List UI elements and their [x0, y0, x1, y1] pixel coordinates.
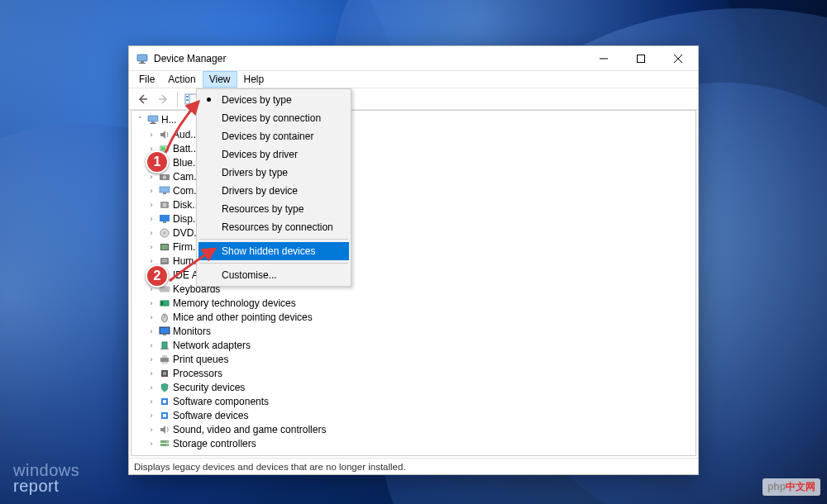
forward-button[interactable]	[154, 90, 174, 108]
svg-rect-48	[162, 355, 167, 358]
svg-rect-46	[160, 349, 169, 349]
expand-icon[interactable]: ›	[146, 426, 156, 434]
menu-action[interactable]: Action	[161, 71, 202, 88]
window-title: Device Manager	[154, 53, 585, 64]
tree-node-label: Print queues	[173, 354, 228, 365]
svg-rect-15	[150, 123, 156, 124]
expand-icon[interactable]: ›	[146, 229, 156, 237]
badge-text: 2	[154, 269, 161, 283]
svg-rect-13	[148, 116, 158, 121]
svg-rect-18	[161, 147, 165, 150]
tree-node[interactable]: ›Network adapters	[131, 338, 696, 352]
tree-node[interactable]: ›Sound, video and game controllers	[131, 422, 696, 436]
expand-icon[interactable]: ›	[146, 440, 156, 448]
tree-node[interactable]: ›Security devices	[131, 380, 696, 394]
expand-icon[interactable]: ›	[146, 411, 156, 420]
minimize-button[interactable]	[585, 47, 622, 70]
maximize-button[interactable]	[622, 47, 659, 70]
device-manager-window: Device Manager File Action View Help ? ˅…	[128, 45, 699, 475]
phpcn-watermark: php中文网	[762, 478, 820, 496]
windowsreport-watermark: windows report	[13, 463, 79, 494]
tree-node[interactable]: ›Mice and other pointing devices	[131, 310, 696, 324]
expand-icon[interactable]: ›	[146, 327, 156, 335]
svg-rect-44	[163, 334, 166, 335]
menu-devices-by-container[interactable]: Devices by container	[198, 127, 349, 145]
expand-icon[interactable]: ›	[146, 187, 156, 195]
menu-view[interactable]: View	[203, 71, 237, 88]
tree-node[interactable]: ›Processors	[131, 366, 696, 380]
tree-node-label: Aud...	[173, 129, 198, 140]
computer-icon	[158, 184, 171, 197]
menu-item-label: Resources by type	[222, 203, 304, 215]
menu-item-label: Devices by type	[222, 94, 292, 106]
svg-rect-49	[162, 362, 167, 364]
disk-icon	[158, 198, 171, 212]
expand-icon[interactable]: ›	[146, 173, 156, 181]
tree-node[interactable]: ›Memory technology devices	[131, 296, 696, 310]
expand-icon[interactable]: ›	[146, 313, 156, 321]
menu-file[interactable]: File	[132, 71, 161, 88]
tree-node-label: Security devices	[173, 382, 245, 393]
menubar: File Action View Help	[129, 71, 698, 88]
titlebar[interactable]: Device Manager	[129, 46, 698, 71]
menu-devices-by-driver[interactable]: Devices by driver	[198, 145, 349, 164]
tree-node-label: Mice and other pointing devices	[173, 311, 313, 323]
expand-icon[interactable]: ›	[146, 383, 156, 392]
svg-rect-26	[163, 221, 166, 223]
svg-rect-40	[161, 302, 163, 305]
menu-drivers-by-type[interactable]: Drivers by type	[198, 164, 349, 182]
badge-text: 1	[154, 155, 161, 169]
svg-rect-0	[137, 55, 147, 61]
svg-point-58	[166, 440, 167, 441]
tree-node[interactable]: ›Software devices	[131, 408, 696, 422]
security-icon	[158, 381, 171, 394]
tree-node[interactable]: ›Monitors	[131, 324, 696, 338]
close-button[interactable]	[659, 47, 696, 70]
dvd-icon	[158, 226, 171, 240]
expand-icon[interactable]: ›	[146, 355, 156, 364]
tree-node[interactable]: ›Print queues	[131, 352, 696, 366]
tree-node-label: Sound, video and game controllers	[173, 424, 326, 435]
expand-icon[interactable]: ›	[146, 369, 156, 378]
menu-help[interactable]: Help	[237, 71, 271, 88]
expand-icon[interactable]: ›	[146, 243, 156, 251]
annotation-badge-2: 2	[146, 264, 169, 288]
menu-resources-by-connection[interactable]: Resources by connection	[198, 218, 349, 236]
tree-node[interactable]: ›Storage controllers	[131, 436, 696, 450]
tree-node[interactable]: ›Software components	[131, 394, 696, 408]
menu-show-hidden-devices[interactable]: Show hidden devices	[198, 242, 349, 260]
expand-icon[interactable]: ›	[146, 341, 156, 349]
toolbar-separator	[177, 92, 178, 107]
expand-icon[interactable]: ›	[146, 201, 156, 209]
svg-point-20	[163, 175, 166, 178]
storage-icon	[158, 437, 171, 450]
menu-separator	[199, 263, 348, 264]
svg-rect-36	[160, 287, 170, 292]
view-menu-dropdown: Devices by type Devices by connection De…	[196, 88, 351, 287]
back-button[interactable]	[132, 90, 152, 108]
network-icon	[158, 339, 171, 352]
svg-rect-14	[151, 121, 155, 123]
menu-devices-by-type[interactable]: Devices by type	[198, 91, 349, 109]
expand-icon[interactable]: ›	[146, 257, 156, 265]
expand-icon[interactable]: ›	[146, 299, 156, 307]
menu-customise[interactable]: Customise...	[198, 266, 349, 284]
svg-rect-55	[163, 414, 166, 417]
svg-point-59	[166, 444, 167, 445]
tree-node-label: Network adapters	[173, 340, 251, 351]
menu-devices-by-connection[interactable]: Devices by connection	[198, 109, 349, 127]
menu-item-label: Devices by connection	[222, 112, 321, 124]
expand-icon[interactable]: ›	[146, 131, 156, 139]
menu-resources-by-type[interactable]: Resources by type	[198, 200, 349, 218]
tree-node-label: Monitors	[173, 326, 211, 337]
menu-item-label: Devices by driver	[222, 149, 298, 160]
expand-icon[interactable]: ›	[146, 397, 156, 406]
menu-drivers-by-device[interactable]: Drivers by device	[198, 182, 349, 200]
svg-point-28	[164, 231, 165, 233]
collapse-icon[interactable]: ˅	[135, 116, 145, 124]
svg-rect-33	[162, 261, 167, 262]
svg-rect-22	[163, 193, 166, 194]
computer-icon	[146, 113, 160, 126]
menu-item-label: Drivers by device	[222, 185, 298, 197]
expand-icon[interactable]: ›	[146, 215, 156, 223]
